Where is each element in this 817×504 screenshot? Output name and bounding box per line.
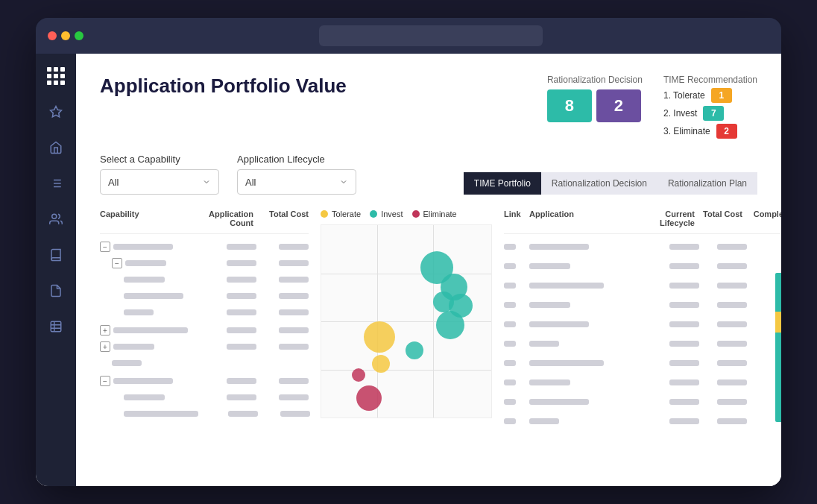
legend-dot-invest [370,210,377,218]
col-complexity: Complexity [745,210,781,227]
sidebar-icon-book[interactable] [45,245,66,265]
tree-row [124,407,309,420]
tab-rationalization-plan[interactable]: Rationalization Plan [657,172,757,195]
bubble-invest-5 [436,311,464,339]
col-cost: Total Cost [698,210,742,227]
expand-btn[interactable]: + [100,325,110,336]
col-total-cost: Total Cost [256,210,309,227]
right-table-row [504,395,769,409]
sidebar-icon-grid[interactable] [45,66,66,86]
right-table-headers: Link Application Current Lifecycle Total… [504,210,781,234]
legend-row: Tolerate Invest Eliminate [321,210,492,218]
bubble-eliminate-1 [352,368,365,382]
expand-btn[interactable]: − [100,242,110,252]
svg-point-7 [52,214,57,218]
right-table-row [504,337,769,350]
tree-row: − [112,256,309,270]
bubble-chart [321,224,492,418]
main-content: Application Portfolio Value Rationalizat… [76,54,781,486]
rec3-badge: 2 [716,124,737,139]
tree-row [124,273,309,286]
right-panel: Link Application Current Lifecycle Total… [504,210,781,431]
right-table-row [504,259,769,273]
right-table-row [504,356,769,370]
capability-control: Select a Capability All [100,154,219,195]
metric-value-1: 8 [547,89,592,122]
bubble-tolerate-2 [372,355,390,373]
capability-label: Select a Capability [100,154,219,165]
legend-tolerate: Tolerate [321,210,361,218]
lifecycle-control: Application Lifecycle All [237,154,356,195]
tree-row: + [100,324,309,337]
left-table-headers: Capability Application Count Total Cost [100,210,309,234]
svg-rect-8 [51,321,61,332]
lifecycle-bar-chart [775,243,781,431]
rec1-badge: 1 [711,88,732,103]
tree-row: − [100,240,309,253]
col-capability: Capability [100,210,191,227]
rationalization-section: Rationalization Decision 8 2 [547,75,643,122]
tab-time-portfolio[interactable]: TIME Portfolio [464,172,541,195]
rec1-label: 1. Tolerate [663,90,705,101]
col-lifecycle: Current Lifecycle [635,210,695,227]
chart-panel: Tolerate Invest Eliminate [321,210,492,431]
bubble-invest-6 [406,341,423,359]
tree-row [124,289,309,303]
right-table-row [504,279,769,292]
col-app-count: Application Count [194,210,253,227]
tab-group: TIME Portfolio Rationalization Decision … [464,172,757,195]
main-grid: Capability Application Count Total Cost … [100,210,757,431]
right-table-row [504,415,769,428]
capability-select[interactable]: All [100,169,219,195]
sidebar-icon-list[interactable] [45,173,66,194]
right-table-row [504,376,769,389]
tree-row: + [100,340,309,353]
svg-marker-0 [51,107,62,117]
sidebar [36,54,76,486]
sidebar-icon-home[interactable] [45,137,66,158]
legend-dot-eliminate [412,210,420,218]
bubble-eliminate-2 [356,385,382,411]
expand-btn[interactable]: + [100,341,110,352]
tree-row [124,391,309,404]
time-rec-label: TIME Recommendation [663,75,757,85]
expand-btn[interactable]: − [112,258,122,268]
sidebar-icon-users[interactable] [45,209,66,230]
col-application: Application [529,210,632,227]
tree-row [112,356,309,370]
bubble-tolerate-1 [364,321,395,353]
expand-btn[interactable]: − [100,376,110,386]
rec2-badge: 7 [703,106,724,121]
lifecycle-select[interactable]: All [237,169,356,195]
sidebar-icon-table[interactable] [45,316,66,337]
col-link: Link [504,210,526,227]
metric-value-2: 2 [596,89,641,122]
controls-row: Select a Capability All Application Life… [100,154,757,195]
right-table-row [504,318,769,331]
sidebar-icon-star[interactable] [45,101,66,122]
tab-rationalization-decision[interactable]: Rationalization Decision [541,172,657,195]
lifecycle-label: Application Lifecycle [237,154,356,165]
page-title: Application Portfolio Value [100,75,347,98]
right-table-row [504,298,769,312]
tree-row: − [100,374,309,388]
rationalization-label: Rationalization Decision [547,75,643,85]
time-recommendation-section: TIME Recommendation 1. Tolerate 1 2. Inv… [663,75,757,139]
left-panel: Capability Application Count Total Cost … [100,210,309,431]
rec3-label: 3. Eliminate [663,126,710,136]
right-table-row [504,240,769,253]
legend-invest: Invest [370,210,403,218]
legend-eliminate: Eliminate [412,210,457,218]
legend-dot-tolerate [321,210,328,218]
tree-row [124,306,309,319]
rec2-label: 2. Invest [663,108,697,119]
sidebar-icon-file[interactable] [45,280,66,301]
